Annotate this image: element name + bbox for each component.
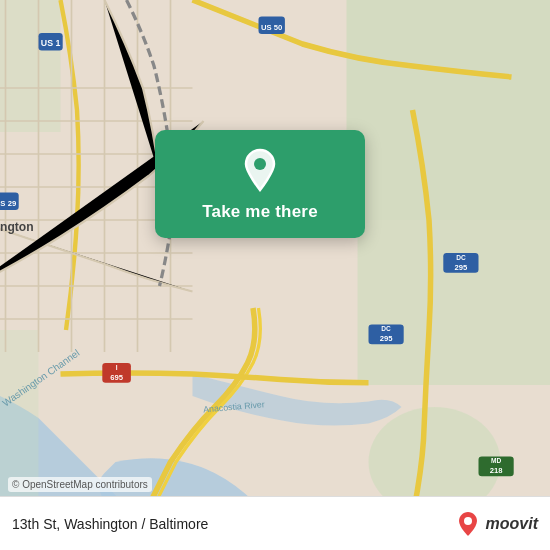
svg-rect-3 — [0, 0, 61, 132]
moovit-brand-text: moovit — [486, 515, 538, 533]
svg-text:295: 295 — [454, 263, 468, 272]
map-attribution: © OpenStreetMap contributors — [8, 477, 152, 492]
svg-text:US 50: US 50 — [261, 23, 282, 32]
svg-text:MD: MD — [491, 457, 501, 464]
take-me-there-button[interactable]: Take me there — [202, 202, 318, 222]
bottom-bar: 13th St, Washington / Baltimore moovit — [0, 496, 550, 550]
svg-point-45 — [464, 517, 472, 525]
moovit-pin-icon — [454, 510, 482, 538]
svg-text:DC: DC — [381, 325, 391, 332]
map-container: Washington Channel Anacostia River US 1 … — [0, 0, 550, 550]
svg-text:ngton: ngton — [0, 220, 34, 234]
svg-text:I: I — [116, 364, 118, 371]
svg-point-44 — [254, 158, 266, 170]
map-background: Washington Channel Anacostia River US 1 … — [0, 0, 550, 550]
svg-text:US 29: US 29 — [0, 199, 16, 208]
map-pin-icon — [238, 148, 282, 192]
svg-text:695: 695 — [110, 373, 124, 382]
svg-text:US 1: US 1 — [41, 38, 61, 48]
address-text: 13th St, Washington / Baltimore — [12, 516, 208, 532]
svg-rect-1 — [347, 0, 551, 220]
svg-text:218: 218 — [490, 466, 504, 475]
moovit-logo: moovit — [454, 510, 538, 538]
location-card[interactable]: Take me there — [155, 130, 365, 238]
svg-text:295: 295 — [380, 334, 394, 343]
svg-text:DC: DC — [456, 254, 466, 261]
svg-rect-2 — [358, 220, 551, 385]
